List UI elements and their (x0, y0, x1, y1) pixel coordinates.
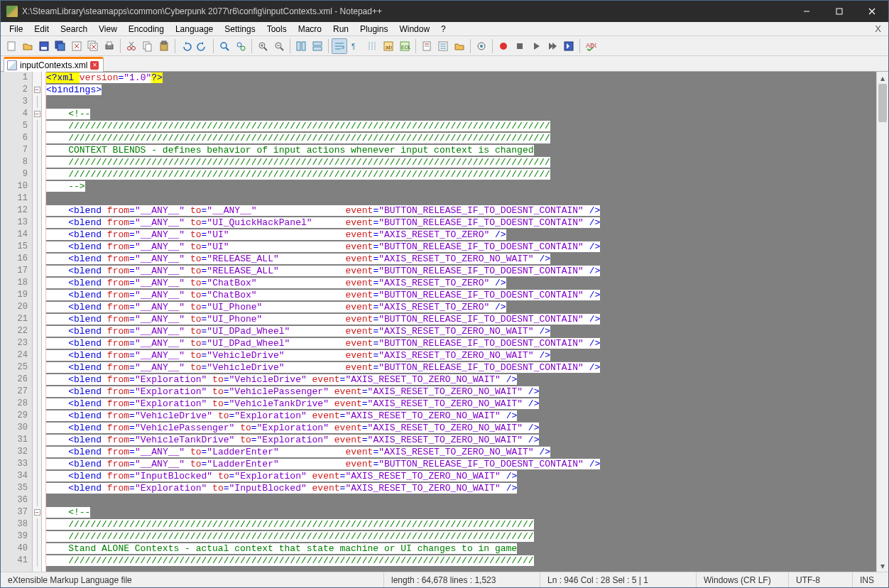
menu-encoding[interactable]: Encoding (123, 23, 170, 36)
fold-cell[interactable] (33, 120, 41, 132)
fold-cell[interactable] (33, 265, 41, 277)
fold-cell[interactable] (33, 72, 41, 84)
minimize-button[interactable] (790, 1, 823, 22)
fold-cell[interactable] (33, 337, 41, 349)
fold-toggle-icon[interactable]: − (34, 87, 40, 93)
fold-cell[interactable] (33, 434, 41, 446)
code-line[interactable]: ////////////////////////////////////////… (46, 132, 876, 144)
code-line[interactable]: <blend from="__ANY__" to="RELEASE_ALL" e… (46, 253, 876, 265)
close-button[interactable] (856, 1, 888, 22)
code-line[interactable]: <blend from="VehicleTankDrive" to="Explo… (46, 434, 876, 446)
status-insert-mode[interactable]: INS (853, 572, 888, 587)
fold-cell[interactable] (33, 168, 41, 180)
code-line[interactable]: <blend from="__ANY__" to="UI" event="AXI… (46, 229, 876, 241)
toolbar-cut-icon[interactable] (124, 38, 139, 54)
fold-cell[interactable] (33, 217, 41, 229)
fold-cell[interactable] (33, 301, 41, 313)
fold-cell[interactable] (33, 470, 41, 482)
toolbar-new-icon[interactable] (4, 38, 19, 54)
menu-tools[interactable]: Tools (261, 23, 293, 36)
code-line[interactable]: <!-- (46, 108, 876, 120)
fold-cell[interactable] (33, 253, 41, 265)
code-line[interactable]: <blend from="Exploration" to="VehicleDri… (46, 374, 876, 386)
code-line[interactable]: <!-- (46, 506, 876, 518)
toolbar-save-macro-icon[interactable] (561, 38, 577, 54)
status-encoding[interactable]: UTF-8 (789, 572, 853, 587)
toolbar-spellcheck-icon[interactable]: ABC (583, 38, 599, 54)
fold-column[interactable]: −−− (32, 72, 42, 572)
scrollbar-thumb[interactable] (878, 84, 887, 122)
toolbar-play-mult-icon[interactable] (545, 38, 560, 54)
fold-toggle-icon[interactable]: − (34, 509, 40, 516)
toolbar-paste-icon[interactable] (156, 38, 172, 54)
code-line[interactable]: <blend from="__ANY__" to="RELEASE_ALL" e… (46, 265, 876, 277)
toolbar-open-icon[interactable] (20, 38, 36, 54)
toolbar-replace-icon[interactable] (233, 38, 249, 54)
code-line[interactable]: <blend from="__ANY__" to="UI_DPad_Wheel"… (46, 337, 876, 349)
fold-cell[interactable] (33, 229, 41, 241)
fold-cell[interactable] (33, 398, 41, 410)
fold-cell[interactable]: − (33, 108, 41, 120)
fold-cell[interactable] (33, 494, 41, 506)
fold-cell[interactable] (33, 530, 41, 543)
fold-cell[interactable] (33, 144, 41, 156)
code-line[interactable]: <blend from="__ANY__" to="UI_Phone" even… (46, 301, 876, 313)
toolbar-all-chars-icon[interactable]: ¶ (348, 38, 364, 54)
toolbar-close-icon[interactable] (69, 38, 84, 54)
menu-search[interactable]: Search (55, 23, 93, 36)
code-line[interactable]: <blend from="__ANY__" to="ChatBox" event… (46, 289, 876, 301)
fold-cell[interactable] (33, 192, 41, 205)
fold-toggle-icon[interactable]: − (34, 111, 40, 117)
code-line[interactable]: ////////////////////////////////////////… (46, 168, 876, 180)
menu-plugins[interactable]: Plugins (354, 23, 393, 36)
code-line[interactable]: <blend from="Exploration" to="VehicleTan… (46, 398, 876, 410)
toolbar-func-list-icon[interactable] (435, 38, 451, 54)
code-line[interactable]: <bindings> (46, 84, 876, 96)
code-line[interactable]: ////////////////////////////////////////… (46, 555, 876, 567)
code-line[interactable]: <blend from="__ANY__" to="ChatBox" event… (46, 277, 876, 289)
fold-cell[interactable] (33, 313, 41, 325)
toolbar-save-all-icon[interactable] (53, 38, 68, 54)
fold-cell[interactable] (33, 518, 41, 530)
code-line[interactable]: <blend from="VehicleDrive" to="Explorati… (46, 410, 876, 422)
toolbar-zoom-out-icon[interactable] (271, 38, 287, 54)
fold-cell[interactable] (33, 277, 41, 289)
code-line[interactable]: ////////////////////////////////////////… (46, 518, 876, 530)
toolbar-folder-icon[interactable] (452, 38, 467, 54)
menu-window[interactable]: Window (393, 23, 435, 36)
code-line[interactable]: <blend from="__ANY__" to="LadderEnter" e… (46, 458, 876, 470)
menu-run[interactable]: Run (327, 23, 354, 36)
menu-settings[interactable]: Settings (219, 23, 261, 36)
tab-close-icon[interactable]: × (90, 61, 99, 70)
toolbar-play-icon[interactable] (528, 38, 544, 54)
fold-cell[interactable] (33, 96, 41, 108)
code-line[interactable]: <?xml version="1.0"?> (46, 72, 876, 84)
fold-cell[interactable] (33, 349, 41, 361)
toolbar-copy-icon[interactable] (140, 38, 156, 54)
fold-cell[interactable] (33, 482, 41, 494)
fold-cell[interactable] (33, 289, 41, 301)
fold-cell[interactable] (33, 386, 41, 398)
fold-cell[interactable] (33, 555, 41, 567)
toolbar-wrap-icon[interactable] (332, 38, 347, 54)
toolbar-close-all-icon[interactable] (85, 38, 101, 54)
menu-macro[interactable]: Macro (293, 23, 327, 36)
code-line[interactable]: <blend from="InputBlocked" to="Explorati… (46, 470, 876, 482)
fold-cell[interactable]: − (33, 506, 41, 518)
code-line[interactable]: <blend from="Exploration" to="InputBlock… (46, 482, 876, 494)
fold-cell[interactable] (33, 446, 41, 458)
scroll-down-arrow[interactable]: ▾ (877, 560, 888, 572)
menubar-close-doc[interactable]: X (871, 23, 885, 34)
toolbar-stop-icon[interactable] (512, 38, 528, 54)
fold-cell[interactable] (33, 132, 41, 144)
fold-cell[interactable] (33, 543, 41, 555)
code-line[interactable]: <blend from="__ANY__" to="UI_QuickHackPa… (46, 217, 876, 229)
fold-cell[interactable] (33, 374, 41, 386)
fold-cell[interactable]: − (33, 84, 41, 96)
code-line[interactable]: Stand ALONE Contexts - actual context th… (46, 543, 876, 555)
menu-help[interactable]: ? (435, 23, 452, 36)
toolbar-eol-icon[interactable]: EOL (397, 38, 413, 54)
fold-cell[interactable] (33, 325, 41, 337)
fold-cell[interactable] (33, 156, 41, 168)
code-line[interactable] (46, 494, 876, 506)
